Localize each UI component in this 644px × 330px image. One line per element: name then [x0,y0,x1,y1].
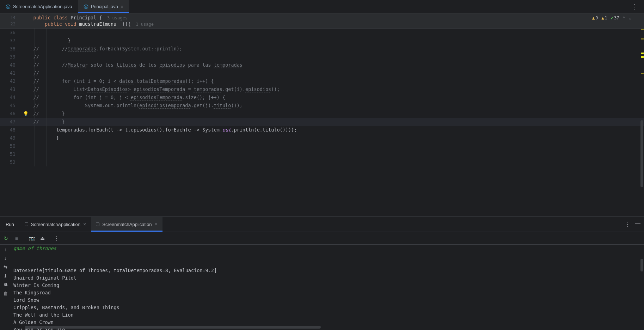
line-number: 36 [0,29,22,37]
line-number: 37 [0,37,22,45]
run-tab[interactable]: ScreenmatchApplication × [91,217,162,232]
code-line[interactable]: 52 [0,158,644,166]
print-icon[interactable]: 🖶 [2,281,8,288]
more-icon[interactable]: ⋮ [625,220,631,228]
intention-bulb-icon[interactable]: 💡 [23,110,29,118]
chevron-up-icon[interactable]: ⌃ [623,16,625,20]
scrollbar-horizontal[interactable] [25,326,321,329]
code-line[interactable]: 41 // [0,69,644,77]
close-icon[interactable]: × [154,221,157,227]
weak-warning-icon: ▲ [601,16,604,20]
scrollbar-vertical[interactable] [640,259,643,271]
line-number: 22 [0,22,22,26]
svg-text:C: C [85,5,87,8]
code-content: // [22,69,644,77]
code-line[interactable]: 45 // System.out.println(episodiosTempor… [0,102,644,110]
inspection-indicators[interactable]: ▲9 ▲1 ✔37 ⌃ ⌄ [592,16,631,20]
screenshot-button[interactable]: 📷 [28,234,36,242]
sticky-class-decl: public class Principal { 3 usages [22,15,128,20]
code-editor[interactable]: 36 37 }38 // //temporadas.forEach(System… [0,29,644,216]
tab-label: Principal.java [91,4,118,9]
warning-count: 9 [595,16,598,20]
run-tabs-right: ⋮ — [625,220,644,228]
code-content: // for (int i = 0; i < datos.totalDetemp… [22,77,644,85]
weak-warning-count: 1 [605,16,607,20]
console-side-toolbar: ↑ ↓ ⇆ ⤓ 🖶 🗑 [0,245,11,330]
delete-icon[interactable]: 🗑 [2,290,8,297]
run-body: ↑ ↓ ⇆ ⤓ 🖶 🗑 game of thrones DatosSerie[t… [0,245,644,330]
code-line[interactable]: 37 } [0,37,644,45]
stop-button[interactable]: ■ [13,234,20,242]
code-content: // } [22,110,644,118]
code-content: // for (int j = 0; j < episodiosTemporad… [22,93,644,102]
code-line[interactable]: 39 // [0,53,644,61]
code-line[interactable]: 44 // for (int j = 0; j < episodiosTempo… [0,93,644,102]
editor-tabs-bar: C ScreenmatchApplication.java C Principa… [0,0,644,13]
more-icon[interactable]: ⋮ [54,234,60,242]
code-content: // //Mostrar solo los titulos de los epi… [22,61,644,69]
java-class-icon: C [84,4,88,9]
code-line[interactable]: 43 // List<DatosEpisodios> episodiosTemp… [0,85,644,93]
sticky-method-decl: public void muestraElmenu (){ 1 usage [22,21,154,27]
run-tabs-bar: Run ScreenmatchApplication × Screenmatch… [0,217,644,232]
code-line[interactable]: 40 // //Mostrar solo los titulos de los … [0,61,644,69]
scroll-to-end-icon[interactable]: ⤓ [2,273,8,279]
line-number: 39 [0,53,22,61]
tab-label: ScreenmatchApplication.java [13,4,72,9]
console-input-line: game of thrones [13,245,644,252]
tab-screenmatch-application[interactable]: C ScreenmatchApplication.java [0,0,78,13]
down-icon[interactable]: ↓ [2,255,8,261]
code-content: } [22,37,644,45]
error-stripe[interactable] [640,29,644,216]
line-number: 41 [0,69,22,77]
line-number: 40 [0,61,22,69]
warning-icon: ▲ [592,16,595,20]
line-number: 50 [0,142,22,150]
console-line: Cripples, Bastards, and Broken Things [13,304,644,311]
code-line[interactable]: 46💡 // } [0,110,644,118]
line-number: 38 [0,45,22,53]
run-tab-label: ScreenmatchApplication [102,222,152,227]
run-tab-label: ScreenmatchApplication [31,222,80,227]
console-line: A Golden Crown [13,319,644,326]
svg-text:C: C [7,5,9,8]
console-line: The Kingsroad [13,289,644,297]
close-icon[interactable]: × [121,4,123,10]
console-line: Winter Is Coming [13,282,644,289]
tab-principal[interactable]: C Principal.java × [78,0,129,13]
code-line[interactable]: 50 [0,142,644,150]
code-line[interactable]: 48 temporadas.forEach(t -> t.episodios()… [0,126,644,134]
code-line[interactable]: 47 // } [0,118,644,126]
exit-button[interactable]: ⏏ [38,234,46,242]
minimize-icon[interactable]: — [635,220,640,228]
code-content [22,142,644,150]
code-line[interactable]: 51 [0,150,644,158]
ok-count: 37 [614,16,619,20]
run-tab[interactable]: ScreenmatchApplication × [20,217,91,232]
more-icon[interactable]: ⋮ [632,3,638,11]
sticky-header: 14 public class Principal { 3 usages 22 … [0,13,644,29]
config-icon [25,222,28,226]
rerun-button[interactable]: ↻ [2,234,10,242]
code-line[interactable]: 38 // //temporadas.forEach(System.out::p… [0,45,644,53]
chevron-down-icon[interactable]: ⌄ [629,16,631,20]
line-number: 42 [0,77,22,85]
code-content: // List<DatosEpisodios> episodiosTempora… [22,85,644,93]
wrap-icon[interactable]: ⇆ [2,264,8,270]
console-output[interactable]: game of thrones DatosSerie[titulo=Game o… [11,245,644,330]
close-icon[interactable]: × [83,221,86,227]
code-line[interactable]: 42 // for (int i = 0; i < datos.totalDet… [0,77,644,85]
code-content: // //temporadas.forEach(System.out::prin… [22,45,644,53]
java-class-icon: C [6,4,11,9]
console-line: Lord Snow [13,297,644,304]
console-line: The Wolf and the Lion [13,311,644,319]
line-number: 51 [0,150,22,158]
run-panel: Run ScreenmatchApplication × Screenmatch… [0,216,644,330]
code-line[interactable]: 49 } [0,134,644,142]
code-line[interactable]: 36 [0,29,644,37]
code-content: temporadas.forEach(t -> t.episodios().fo… [22,126,644,134]
code-content: // } [22,118,644,126]
code-content [22,150,644,158]
code-content: // [22,53,644,61]
up-icon[interactable]: ↑ [2,246,8,252]
